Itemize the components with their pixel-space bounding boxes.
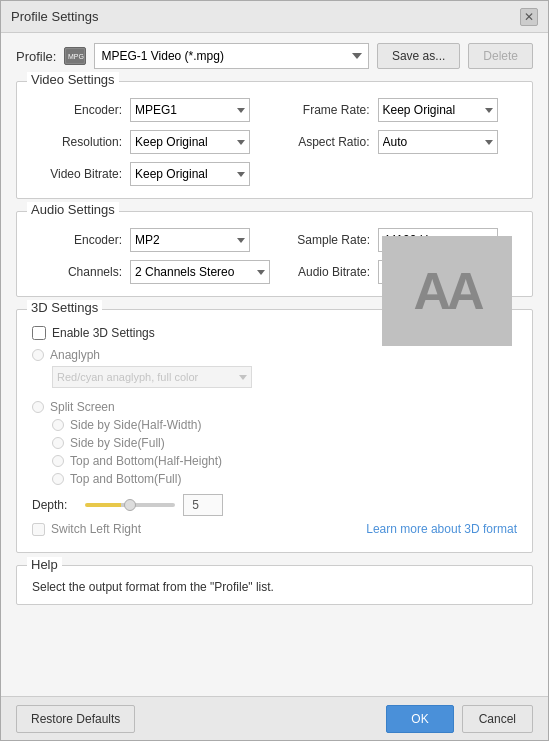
video-settings-section: Video Settings Encoder: MPEG1 Resolution… [16, 81, 533, 199]
anaglyph-radio[interactable] [32, 349, 44, 361]
video-bitrate-select[interactable]: Keep Original [130, 162, 250, 186]
sbs-half-row: Side by Side(Half-Width) [52, 418, 517, 432]
enable-3d-label[interactable]: Enable 3D Settings [52, 326, 155, 340]
frame-rate-label: Frame Rate: [280, 103, 370, 117]
encoder-label: Encoder: [32, 103, 122, 117]
video-encoder-select[interactable]: MPEG1 [130, 98, 250, 122]
3d-settings-section: 3D Settings AA Enable 3D Settings Anagly… [16, 309, 533, 553]
audio-encoder-row: Encoder: MP2 [32, 228, 270, 252]
sbs-full-label: Side by Side(Full) [70, 436, 165, 450]
profile-row: Profile: MPG MPEG-1 Video (*.mpg) Save a… [16, 43, 533, 69]
depth-label: Depth: [32, 498, 77, 512]
channels-select[interactable]: 2 Channels Stereo [130, 260, 270, 284]
frame-rate-select[interactable]: Keep Original [378, 98, 498, 122]
titlebar: Profile Settings ✕ [1, 1, 548, 33]
anaglyph-type-select[interactable]: Red/cyan anaglyph, full color [52, 366, 252, 388]
depth-row: Depth: [32, 494, 517, 516]
video-right-col: Frame Rate: Keep Original Aspect Ratio: … [280, 98, 518, 186]
audio-encoder-select[interactable]: MP2 [130, 228, 250, 252]
video-settings-title: Video Settings [27, 72, 119, 87]
tb-full-label: Top and Bottom(Full) [70, 472, 181, 486]
sbs-full-radio[interactable] [52, 437, 64, 449]
depth-slider[interactable] [85, 503, 175, 507]
aspect-ratio-select[interactable]: Auto [378, 130, 498, 154]
enable-3d-checkbox[interactable] [32, 326, 46, 340]
preview-text: AA [413, 261, 480, 321]
3d-preview-box: AA [382, 236, 512, 346]
audio-encoder-label: Encoder: [32, 233, 122, 247]
learn-more-link[interactable]: Learn more about 3D format [366, 522, 517, 536]
switch-lr-label: Switch Left Right [51, 522, 141, 536]
video-left-col: Encoder: MPEG1 Resolution: Keep Original [32, 98, 270, 186]
tb-full-row: Top and Bottom(Full) [52, 472, 517, 486]
resolution-select[interactable]: Keep Original [130, 130, 250, 154]
dialog-title: Profile Settings [11, 9, 98, 24]
sbs-full-row: Side by Side(Full) [52, 436, 517, 450]
tb-half-radio[interactable] [52, 455, 64, 467]
depth-input[interactable] [183, 494, 223, 516]
split-screen-group: Split Screen Side by Side(Half-Width) Si… [32, 400, 517, 486]
aspect-ratio-label: Aspect Ratio: [280, 135, 370, 149]
sbs-half-radio[interactable] [52, 419, 64, 431]
split-screen-radio-row: Split Screen [32, 400, 517, 414]
switch-lr-checkbox[interactable] [32, 523, 45, 536]
split-screen-label: Split Screen [50, 400, 115, 414]
dialog: Profile Settings ✕ Profile: MPG MPEG-1 V… [0, 0, 549, 741]
aspect-ratio-row: Aspect Ratio: Auto [280, 130, 518, 154]
footer: Restore Defaults OK Cancel [1, 696, 548, 740]
footer-right: OK Cancel [386, 705, 533, 733]
profile-label: Profile: [16, 49, 56, 64]
sbs-half-label: Side by Side(Half-Width) [70, 418, 201, 432]
3d-settings-inner: AA Enable 3D Settings Anaglyph Red/cya [32, 326, 517, 536]
split-screen-radio[interactable] [32, 401, 44, 413]
anaglyph-group: Anaglyph Red/cyan anaglyph, full color [32, 348, 517, 392]
resolution-label: Resolution: [32, 135, 122, 149]
anaglyph-radio-row: Anaglyph [32, 348, 517, 362]
close-button[interactable]: ✕ [520, 8, 538, 26]
tb-full-radio[interactable] [52, 473, 64, 485]
frame-rate-row: Frame Rate: Keep Original [280, 98, 518, 122]
sample-rate-label: Sample Rate: [280, 233, 370, 247]
audio-settings-title: Audio Settings [27, 202, 119, 217]
tb-half-row: Top and Bottom(Half-Height) [52, 454, 517, 468]
video-settings-inner: Encoder: MPEG1 Resolution: Keep Original [32, 98, 517, 186]
svg-text:MPG: MPG [68, 53, 84, 60]
audio-left-col: Encoder: MP2 Channels: 2 Channels Stereo [32, 228, 270, 284]
content-area: Profile: MPG MPEG-1 Video (*.mpg) Save a… [1, 33, 548, 696]
save-as-button[interactable]: Save as... [377, 43, 460, 69]
switch-label-group: Switch Left Right [32, 522, 141, 536]
help-text: Select the output format from the "Profi… [32, 580, 517, 594]
cancel-button[interactable]: Cancel [462, 705, 533, 733]
enable-3d-row: Enable 3D Settings [32, 326, 382, 340]
video-bitrate-label: Video Bitrate: [32, 167, 122, 181]
profile-icon: MPG [64, 47, 86, 65]
delete-button[interactable]: Delete [468, 43, 533, 69]
help-section: Help Select the output format from the "… [16, 565, 533, 605]
3d-settings-title: 3D Settings [27, 300, 102, 315]
encoder-row: Encoder: MPEG1 [32, 98, 270, 122]
profile-dropdown[interactable]: MPEG-1 Video (*.mpg) [94, 43, 368, 69]
audio-bitrate-label: Audio Bitrate: [280, 265, 370, 279]
ok-button[interactable]: OK [386, 705, 453, 733]
resolution-row: Resolution: Keep Original [32, 130, 270, 154]
video-bitrate-row: Video Bitrate: Keep Original [32, 162, 270, 186]
anaglyph-label: Anaglyph [50, 348, 100, 362]
tb-half-label: Top and Bottom(Half-Height) [70, 454, 222, 468]
video-settings-cols: Encoder: MPEG1 Resolution: Keep Original [32, 98, 517, 186]
channels-row: Channels: 2 Channels Stereo [32, 260, 270, 284]
restore-defaults-button[interactable]: Restore Defaults [16, 705, 135, 733]
channels-label: Channels: [32, 265, 122, 279]
help-title: Help [27, 557, 62, 572]
switch-row: Switch Left Right Learn more about 3D fo… [32, 522, 517, 536]
